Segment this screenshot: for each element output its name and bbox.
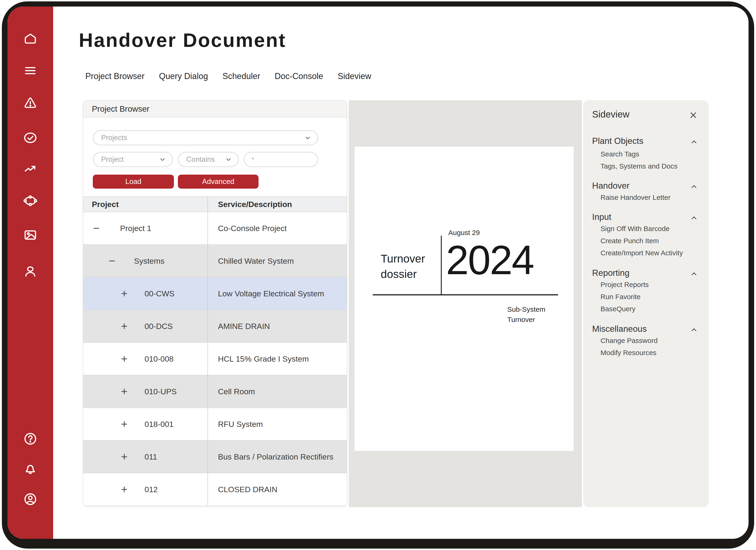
expand-toggle[interactable]: +	[121, 353, 128, 364]
table-row[interactable]: + 018-001 RFU System	[83, 408, 347, 441]
table-row[interactable]: + 012 CLOSED DRAIN	[83, 473, 347, 506]
check-circle-icon[interactable]	[23, 131, 38, 145]
column-divider	[207, 196, 208, 505]
expand-toggle[interactable]: +	[121, 288, 128, 299]
sideview-item-basequery[interactable]: BaseQuery	[601, 305, 635, 313]
sideview-item-modify-resources[interactable]: Modify Resources	[601, 349, 656, 357]
sideview-item-create-import-new-activity[interactable]: Create/Import New Activity	[601, 249, 683, 257]
description-cell: HCL 15% Grade I System	[218, 354, 309, 363]
document-year: 2024	[446, 239, 534, 280]
sideview-item-tags-systems-docs[interactable]: Tags, Systems and Docs	[601, 162, 677, 170]
table-header: Project Service/Description	[83, 196, 347, 212]
chevron-up-icon[interactable]	[690, 270, 698, 278]
project-browser-panel: Project Browser Projects Project Contain…	[83, 100, 347, 507]
document-title: Turnover dossier	[381, 251, 425, 282]
chevron-up-icon[interactable]	[690, 183, 698, 191]
description-cell: Chilled Water System	[218, 256, 294, 266]
table-row[interactable]: + 00-DCS AMINE DRAIN	[83, 310, 347, 343]
close-icon[interactable]	[689, 111, 698, 120]
projects-select-value: Projects	[101, 134, 127, 142]
sideview-item-sign-off-with-barcode[interactable]: Sign Off With Barcode	[601, 225, 670, 233]
sideview-panel: Sideview Plant Objects Search Tags Tags,…	[583, 100, 709, 507]
help-circle-icon[interactable]	[23, 432, 38, 446]
project-tree-table: − Project 1 Co-Console Project − Systems…	[83, 212, 347, 506]
document-caption: Sub-System Turnover	[507, 304, 545, 325]
table-row[interactable]: + 011 Bus Bars / Polarization Rectifiers	[83, 441, 347, 473]
description-cell: Co-Console Project	[218, 224, 287, 233]
column-header-description: Service/Description	[218, 200, 292, 209]
table-row[interactable]: + 010-008 HCL 15% Grade I System	[83, 343, 347, 375]
nav-tab-sideview[interactable]: Sideview	[338, 71, 371, 81]
advanced-button[interactable]: Advanced	[178, 175, 259, 189]
project-browser-header: Project Browser	[83, 101, 347, 118]
expand-toggle[interactable]: +	[121, 386, 128, 397]
filter-operator-value: Contains	[186, 155, 215, 164]
sideview-item-raise-handover-letter[interactable]: Raise Handover Letter	[601, 194, 670, 201]
expand-toggle[interactable]: +	[121, 321, 128, 332]
filter-field-select[interactable]: Project	[93, 152, 173, 167]
chevron-up-icon[interactable]	[690, 214, 698, 222]
column-header-project: Project	[92, 200, 119, 209]
sideview-section-handover[interactable]: Handover	[592, 181, 629, 191]
chevron-down-icon	[159, 156, 166, 163]
description-cell: Bus Bars / Polarization Rectifiers	[218, 452, 333, 461]
expand-toggle[interactable]: +	[121, 451, 128, 462]
document-preview-page[interactable]: Turnover dossier August 29 2024 Sub-Syst…	[355, 147, 574, 451]
sideview-section-input[interactable]: Input	[592, 212, 611, 222]
filter-value-input[interactable]	[244, 152, 318, 167]
nav-tab-scheduler[interactable]: Scheduler	[222, 71, 260, 81]
image-icon[interactable]	[23, 228, 38, 242]
project-cell: 012	[145, 485, 158, 494]
network-icon[interactable]	[23, 194, 38, 208]
table-row[interactable]: − Project 1 Co-Console Project	[83, 212, 347, 245]
sideview-title: Sideview	[592, 109, 629, 120]
app-window: Handover Document Project Browser Query …	[7, 7, 749, 539]
home-icon[interactable]	[23, 31, 38, 46]
sideview-section-reporting[interactable]: Reporting	[592, 268, 629, 278]
collapse-toggle[interactable]: −	[109, 255, 115, 266]
page-title: Handover Document	[79, 29, 286, 52]
menu-icon[interactable]	[23, 63, 38, 78]
sideview-item-search-tags[interactable]: Search Tags	[601, 150, 639, 158]
sideview-item-project-reports[interactable]: Project Reports	[601, 281, 649, 289]
projects-select[interactable]: Projects	[93, 130, 318, 145]
chevron-up-icon[interactable]	[690, 138, 698, 146]
alert-triangle-icon[interactable]	[23, 96, 38, 110]
filter-operator-select[interactable]: Contains	[178, 152, 239, 167]
user-icon[interactable]	[23, 264, 38, 279]
collapse-toggle[interactable]: −	[93, 223, 100, 234]
sideview-section-plant-objects[interactable]: Plant Objects	[592, 136, 643, 146]
chevron-down-icon	[225, 156, 232, 163]
table-row[interactable]: − Systems Chilled Water System	[83, 245, 347, 277]
trending-up-icon[interactable]	[23, 162, 38, 176]
sideview-item-change-password[interactable]: Change Password	[601, 337, 658, 345]
project-cell: 00-CWS	[145, 289, 174, 298]
description-cell: RFU System	[218, 420, 263, 429]
table-row-selected[interactable]: + 00-CWS Low Voltage Electrical System	[83, 277, 347, 310]
filter-field-value: Project	[101, 155, 124, 164]
bell-icon[interactable]	[23, 461, 38, 476]
sideview-item-create-punch-item[interactable]: Create Punch Item	[601, 237, 659, 245]
account-circle-icon[interactable]	[23, 492, 38, 506]
project-cell: Project 1	[120, 224, 151, 233]
description-cell: AMINE DRAIN	[218, 322, 270, 331]
chevron-up-icon[interactable]	[690, 326, 698, 334]
expand-toggle[interactable]: +	[121, 484, 128, 495]
expand-toggle[interactable]: +	[121, 419, 128, 430]
vertical-rule	[441, 236, 442, 295]
description-cell: Low Voltage Electrical System	[218, 289, 324, 298]
sideview-item-run-favorite[interactable]: Run Favorite	[601, 293, 641, 301]
project-cell: 011	[145, 452, 157, 461]
nav-tab-query-dialog[interactable]: Query Dialog	[159, 71, 208, 81]
document-date: August 29	[448, 229, 480, 237]
table-row[interactable]: + 010-UPS Cell Room	[83, 375, 347, 408]
nav-tab-doc-console[interactable]: Doc-Console	[275, 71, 323, 81]
project-cell: 00-DCS	[145, 322, 173, 331]
sideview-section-miscellaneous[interactable]: Miscellaneous	[592, 324, 647, 334]
load-button[interactable]: Load	[93, 175, 174, 189]
main-nav: Project Browser Query Dialog Scheduler D…	[85, 71, 371, 81]
project-cell: 010-008	[145, 354, 174, 363]
nav-tab-project-browser[interactable]: Project Browser	[85, 71, 145, 81]
doc-console-panel: Turnover dossier August 29 2024 Sub-Syst…	[349, 100, 582, 507]
device-frame: Handover Document Project Browser Query …	[2, 1, 754, 549]
